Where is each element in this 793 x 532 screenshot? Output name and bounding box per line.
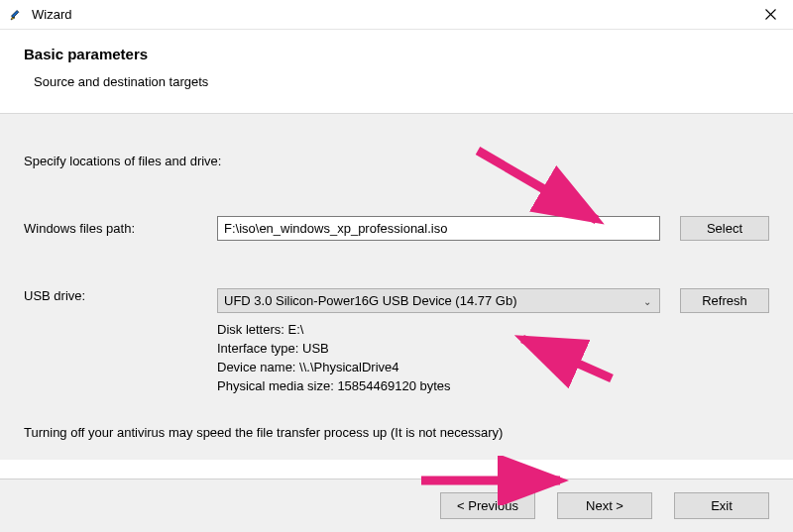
instruction-text: Specify locations of files and drive: xyxy=(24,154,769,168)
svg-rect-0 xyxy=(11,10,18,17)
files-path-input[interactable] xyxy=(217,216,660,241)
app-icon xyxy=(8,7,24,23)
antivirus-note: Turning off your antivirus may speed the… xyxy=(24,425,769,440)
usb-drive-selected: UFD 3.0 Silicon-Power16G USB Device (14.… xyxy=(224,293,517,308)
close-icon xyxy=(765,9,776,20)
files-path-label: Windows files path: xyxy=(24,221,217,236)
main-panel: Specify locations of files and drive: Wi… xyxy=(0,113,793,460)
chevron-down-icon: ⌄ xyxy=(643,295,651,306)
exit-button[interactable]: Exit xyxy=(674,492,769,519)
select-button[interactable]: Select xyxy=(680,216,769,241)
files-path-row: Windows files path: Select xyxy=(24,216,769,241)
interface-type-text: Interface type: USB xyxy=(217,340,769,359)
disk-letters-text: Disk letters: E:\ xyxy=(217,321,769,340)
title-bar: Wizard xyxy=(0,0,793,30)
usb-details: Disk letters: E:\ Interface type: USB De… xyxy=(217,321,769,395)
previous-button[interactable]: < Previous xyxy=(440,492,535,519)
close-button[interactable] xyxy=(747,0,793,30)
window-title: Wizard xyxy=(32,7,747,22)
usb-drive-row: USB drive: UFD 3.0 Silicon-Power16G USB … xyxy=(24,288,769,313)
refresh-button[interactable]: Refresh xyxy=(680,288,769,313)
usb-drive-label: USB drive: xyxy=(24,288,217,303)
media-size-text: Physical media size: 15854469120 bytes xyxy=(217,377,769,396)
page-subtitle: Source and destination targets xyxy=(34,74,777,89)
wizard-header: Basic parameters Source and destination … xyxy=(0,30,793,113)
wizard-footer: < Previous Next > Exit xyxy=(0,479,793,532)
usb-drive-dropdown[interactable]: UFD 3.0 Silicon-Power16G USB Device (14.… xyxy=(217,288,660,313)
page-title: Basic parameters xyxy=(24,46,777,62)
device-name-text: Device name: \\.\PhysicalDrive4 xyxy=(217,359,769,377)
next-button[interactable]: Next > xyxy=(557,492,652,519)
